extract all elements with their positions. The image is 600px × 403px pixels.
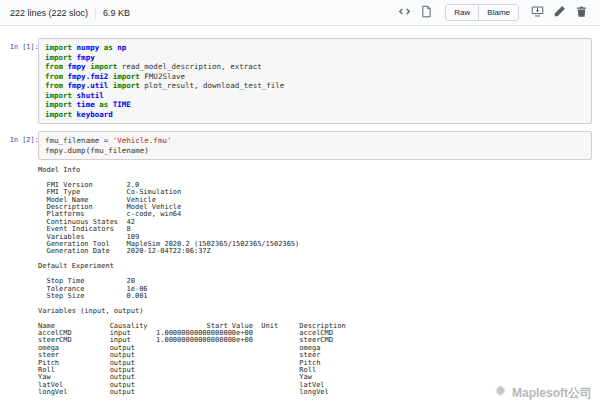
- pencil-icon: [553, 5, 566, 21]
- source-view-button[interactable]: [396, 4, 413, 22]
- file-size: 6.9 KB: [103, 8, 130, 18]
- code-cell: In [1]:import numpy as np import fmpy fr…: [10, 38, 592, 124]
- raw-blame-group: Raw Blame: [445, 4, 519, 21]
- rendered-view-button[interactable]: [418, 4, 435, 22]
- blame-button[interactable]: Blame: [479, 5, 518, 20]
- code-editor[interactable]: import numpy as np import fmpy from fmpy…: [38, 38, 592, 124]
- code-editor[interactable]: fmu_filename = 'Vehicle.fmu' fmpy.dump(f…: [38, 131, 592, 160]
- file-header: 222 lines (222 sloc) 6.9 KB Raw Blame: [0, 0, 600, 26]
- header-divider: [95, 7, 96, 19]
- edit-button[interactable]: [551, 4, 568, 22]
- trash-icon: [575, 5, 588, 21]
- code-cell: In [2]:fmu_filename = 'Vehicle.fmu' fmpy…: [10, 131, 592, 160]
- document-icon: [420, 5, 433, 21]
- cell-prompt: In [2]:: [10, 131, 38, 160]
- cell-prompt: In [1]:: [10, 38, 38, 124]
- download-button[interactable]: [529, 4, 546, 22]
- cell-output: Model Info FMI Version 2.0 FMI Type Co-S…: [38, 167, 592, 397]
- notebook: In [1]:import numpy as np import fmpy fr…: [0, 26, 600, 397]
- delete-button[interactable]: [573, 4, 590, 22]
- code-cells: In [1]:import numpy as np import fmpy fr…: [10, 38, 592, 160]
- raw-button[interactable]: Raw: [446, 5, 479, 20]
- file-lines-info: 222 lines (222 sloc): [10, 8, 88, 18]
- code-icon: [398, 5, 411, 21]
- desktop-download-icon: [531, 5, 544, 21]
